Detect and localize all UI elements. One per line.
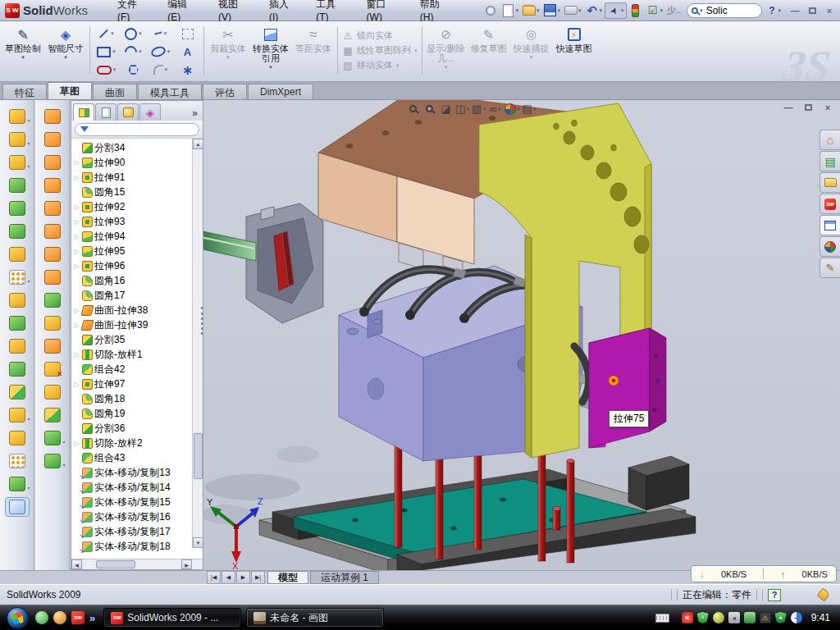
save-icon[interactable] (541, 2, 562, 19)
reference-geometry-icon[interactable] (5, 405, 30, 425)
freeform-icon[interactable] (40, 428, 65, 448)
print-icon[interactable] (563, 2, 583, 19)
tree-horizontal-scrollbar[interactable]: ◀ ▶ (71, 559, 203, 569)
dome-icon[interactable] (40, 290, 65, 310)
slot-icon[interactable] (93, 62, 120, 78)
smart-dimension-icon[interactable]: 智能尺寸 (44, 23, 87, 78)
tree-item[interactable]: ▷ 组合42 (73, 362, 203, 377)
circle-icon[interactable] (120, 25, 147, 42)
doc-minimize-button[interactable]: — (781, 101, 796, 113)
new-document-icon[interactable] (500, 2, 520, 19)
section-view-icon[interactable]: ◪ (438, 101, 454, 116)
ribbon-tab[interactable]: 模具工具 (138, 84, 202, 99)
close-button[interactable]: × (822, 4, 837, 16)
quick-tips-button[interactable]: ? (768, 589, 781, 601)
tree-item[interactable]: ▷ 拉伸95 (73, 244, 203, 258)
tree-item[interactable]: ▷ 拉伸97 (73, 377, 203, 391)
pin-icon[interactable] (482, 2, 499, 19)
tree-item[interactable]: ▷ 曲面-拉伸39 (73, 317, 203, 332)
tree-item[interactable]: ▷ 圆角16 (73, 273, 203, 288)
sync-icon[interactable] (744, 612, 756, 623)
restore-button[interactable] (805, 4, 819, 16)
move-entities-icon[interactable]: ▧移动实体 (342, 59, 418, 71)
help-dropdown-icon[interactable]: ▾ (778, 7, 782, 14)
search-input[interactable]: Solic (706, 5, 728, 16)
lofted-boss-icon[interactable] (40, 153, 65, 172)
linear-pattern-icon[interactable] (5, 267, 30, 287)
swept-boss-icon[interactable] (40, 107, 65, 126)
side-insert-block[interactable] (589, 328, 666, 448)
quick-launch-overflow[interactable]: » (89, 612, 95, 624)
mirror-icon[interactable] (5, 359, 30, 379)
taskbar-task-button[interactable]: 未命名 - 画图 (246, 608, 384, 628)
hide-show-items-icon[interactable]: ∞ (487, 101, 503, 116)
tree-item[interactable]: ▷ 实体-移动/复制16 (73, 509, 203, 524)
expand-arrow-icon[interactable]: ▷ (73, 440, 80, 447)
custom-properties-icon[interactable] (819, 258, 840, 278)
ribbon-tab[interactable]: 评估 (203, 84, 247, 99)
select-box-icon[interactable] (174, 25, 201, 42)
antivirus-icon[interactable] (682, 612, 693, 623)
doc-close-button[interactable]: × (820, 101, 835, 113)
revolved-boss-icon[interactable] (40, 130, 65, 149)
curve-icon[interactable] (5, 474, 30, 494)
security-shield-icon[interactable] (697, 612, 709, 623)
trim-entities-icon[interactable]: 剪裁实体 (207, 23, 249, 78)
ribbon-tab[interactable]: 曲面 (93, 84, 137, 99)
delete-face-icon[interactable] (40, 359, 65, 379)
select-icon[interactable]: ➤ (605, 2, 627, 19)
expand-arrow-icon[interactable]: ▷ (73, 174, 80, 181)
doc-restore-button[interactable] (801, 101, 815, 113)
graphics-viewport[interactable]: Y Z X ◪◫▧∞▤ — × 拉伸75 SW (203, 100, 840, 570)
linear-pattern-entities-icon[interactable]: ▦线性草图阵列 (342, 44, 418, 57)
rebuild-icon[interactable] (628, 2, 644, 19)
plane-icon[interactable] (5, 428, 30, 448)
doc-nav-button[interactable]: ▶| (251, 571, 265, 584)
configurationmanager-tab[interactable] (117, 103, 139, 121)
tree-item[interactable]: ▷ 拉伸91 (73, 170, 203, 185)
expand-arrow-icon[interactable]: ▷ (73, 218, 80, 226)
ribbon-tab[interactable]: 草图 (48, 82, 92, 99)
offset-entities-icon[interactable]: 等距实体 (292, 23, 335, 78)
swept-cut-icon[interactable] (40, 199, 65, 218)
minimize-button[interactable]: — (788, 4, 802, 16)
tree-vertical-scrollbar[interactable]: ▲ ▼ (192, 139, 203, 548)
expand-arrow-icon[interactable]: ▷ (73, 248, 80, 255)
view-palette-icon[interactable] (819, 215, 840, 235)
tree-item[interactable]: ▷ 分割35 (73, 332, 203, 347)
knit-surface-icon[interactable] (40, 382, 65, 402)
tree-item[interactable]: ▷ 实体-移动/复制17 (73, 524, 203, 539)
scroll-left-icon[interactable]: ◀ (71, 559, 82, 569)
taskbar-clock[interactable]: 9:41 (811, 612, 830, 623)
tree-item[interactable]: ▷ 圆角19 (73, 406, 203, 421)
taskbar-task-button[interactable]: SW SolidWorks 2009 - ... (103, 608, 241, 628)
tree-item[interactable]: ▷ 圆角17 (73, 288, 203, 303)
options-icon[interactable]: ☑ (645, 2, 665, 19)
expand-arrow-icon[interactable]: ▷ (73, 233, 80, 240)
quick-sketch-icon[interactable]: 快速草图 (553, 23, 596, 78)
extruded-cut-icon[interactable] (5, 130, 30, 149)
tree-item[interactable]: ▷ 切除-放样1 (73, 347, 203, 362)
quick-snaps-icon[interactable]: 快速捕捉 (510, 23, 553, 78)
expand-arrow-icon[interactable]: ▷ (73, 203, 80, 211)
app2-icon[interactable] (53, 611, 66, 624)
doc-nav-button[interactable]: |◀ (207, 571, 221, 584)
sw-resources-icon[interactable]: SW (819, 194, 840, 214)
surface-flatten-icon[interactable] (40, 267, 65, 287)
tree-item[interactable]: ▷ 拉伸94 (73, 229, 203, 244)
undo-icon[interactable]: ↶ (583, 2, 604, 19)
scroll-down-icon[interactable]: ▼ (193, 537, 203, 548)
expand-arrow-icon[interactable]: ▷ (73, 159, 80, 167)
tag-icon[interactable] (817, 588, 831, 602)
tree-item[interactable]: ▷ 实体-移动/复制13 (73, 465, 203, 480)
boundary-boss-icon[interactable] (40, 176, 65, 195)
input-method-icon[interactable] (791, 612, 802, 623)
tree-item[interactable]: ▷ 实体-移动/复制18 (73, 539, 203, 554)
document-tab[interactable]: 模型 (267, 571, 308, 584)
document-tab[interactable]: 运动算例 1 (310, 571, 379, 584)
hole-wizard-icon[interactable] (5, 244, 30, 264)
home-icon[interactable] (819, 130, 840, 150)
move-copy-icon[interactable] (5, 382, 30, 402)
search-dropdown-icon[interactable]: ▾ (700, 7, 703, 14)
view-orientation-icon[interactable]: ◫ (454, 101, 470, 116)
